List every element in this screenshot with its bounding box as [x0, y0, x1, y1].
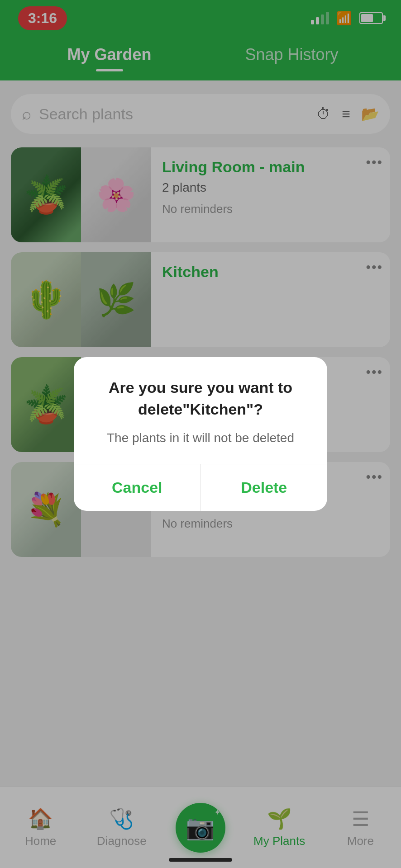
dialog-subtitle: The plants in it will not be deleted: [92, 429, 309, 448]
dialog-actions: Cancel Delete: [74, 464, 327, 511]
modal-overlay[interactable]: Are you sure you want to delete"Kitchen"…: [0, 0, 401, 868]
bottom-indicator: [169, 858, 232, 862]
dialog-title: Are you sure you want to delete"Kitchen"…: [92, 377, 309, 420]
cancel-button[interactable]: Cancel: [74, 464, 201, 511]
dialog-body: Are you sure you want to delete"Kitchen"…: [74, 357, 327, 463]
delete-button[interactable]: Delete: [201, 464, 328, 511]
delete-dialog: Are you sure you want to delete"Kitchen"…: [74, 357, 327, 510]
